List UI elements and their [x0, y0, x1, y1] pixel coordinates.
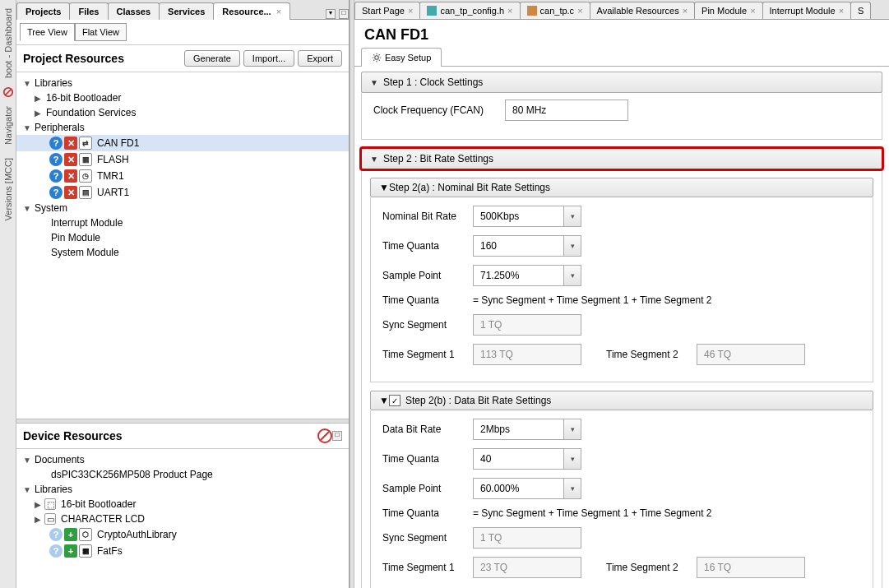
tq2-label: Time Quanta [382, 294, 473, 306]
step2-header[interactable]: ▼Step 2 : Bit Rate Settings [361, 148, 882, 169]
tab-resource[interactable]: Resource...× [213, 2, 290, 20]
node-flash[interactable]: ?✕▦ FLASH [16, 151, 349, 168]
tab-availres[interactable]: Available Resources× [590, 2, 696, 19]
lcd-icon: ▭ [44, 513, 56, 525]
help-icon[interactable]: ? [49, 169, 63, 183]
step2a-header[interactable]: ▼Step 2(a) : Nominal Bit Rate Settings [370, 178, 873, 197]
stop-icon[interactable] [317, 428, 332, 443]
delete-icon[interactable]: ✕ [64, 169, 77, 183]
rail-versions[interactable]: Versions [MCC] [3, 153, 13, 225]
tab-cantpc[interactable]: can_tp.c× [520, 2, 590, 19]
node-canfd1[interactable]: ?✕⇄ CAN FD1 [16, 135, 349, 151]
dropdown-button[interactable] [563, 448, 581, 470]
hex-icon: ⬡ [79, 528, 92, 541]
help-icon[interactable]: ? [49, 544, 63, 558]
close-icon[interactable]: × [683, 6, 688, 16]
sp-input[interactable] [473, 265, 563, 286]
tq-equation: = Sync Segment + Time Segment 1 + Time S… [473, 507, 711, 519]
close-icon[interactable]: × [577, 6, 582, 16]
tq-input[interactable] [473, 448, 563, 470]
ts2-label: Time Segment 2 [606, 562, 697, 573]
help-icon[interactable]: ? [49, 137, 63, 150]
node-tmr1[interactable]: ?✕◷ TMR1 [16, 168, 349, 184]
dropdown-button[interactable] [563, 265, 581, 286]
ts2-input [697, 344, 805, 365]
restore-icon[interactable]: □ [332, 431, 342, 441]
close-icon[interactable]: × [750, 6, 755, 16]
tq-input[interactable] [473, 235, 563, 257]
step2b-header[interactable]: ▼ ✓ Step 2(b) : Data Bit Rate Settings [370, 391, 873, 410]
flat-view-button[interactable]: Flat View [75, 23, 127, 41]
node-interrupt[interactable]: Interrupt Module [16, 215, 349, 230]
sp-input[interactable] [473, 478, 563, 499]
tab-files[interactable]: Files [69, 2, 108, 20]
help-icon[interactable]: ? [49, 153, 63, 166]
help-icon[interactable]: ? [49, 186, 63, 199]
sync-label: Sync Segment [382, 532, 473, 544]
left-pane: Projects Files Classes Services Resource… [16, 0, 350, 588]
node-cryptoauth[interactable]: ?+⬡ CryptoAuthLibrary [16, 526, 349, 543]
tab-classes[interactable]: Classes [108, 2, 160, 20]
close-icon[interactable]: × [276, 7, 281, 16]
tq-label: Time Quanta [382, 453, 473, 465]
step1-header[interactable]: ▼Step 1 : Clock Settings [361, 72, 882, 93]
stop-icon [2, 86, 14, 98]
node-sysmodule[interactable]: System Module [16, 245, 349, 260]
tab-services[interactable]: Services [159, 2, 214, 20]
node-documents[interactable]: ▼Documents [16, 452, 349, 467]
export-button[interactable]: Export [298, 50, 342, 67]
tab-overflow[interactable]: S [850, 2, 871, 19]
ts1-label: Time Segment 1 [382, 562, 473, 573]
node-foundation[interactable]: ▶Foundation Services [16, 105, 349, 120]
close-icon[interactable]: × [408, 6, 413, 16]
minimize-icon[interactable]: ▾ [326, 9, 336, 19]
add-icon[interactable]: + [64, 528, 77, 541]
tab-startpage[interactable]: Start Page× [354, 2, 420, 19]
tab-pinmodule[interactable]: Pin Module× [694, 2, 762, 19]
generate-button[interactable]: Generate [184, 50, 240, 67]
dropdown-button[interactable] [563, 419, 581, 440]
clock-freq-input[interactable] [505, 100, 628, 121]
data-rate-input[interactable] [473, 419, 563, 440]
delete-icon[interactable]: ✕ [64, 153, 77, 166]
node-uart1[interactable]: ?✕▤ UART1 [16, 184, 349, 201]
data-rate-label: Data Bit Rate [382, 424, 473, 435]
delete-icon[interactable]: ✕ [64, 186, 77, 199]
close-icon[interactable]: × [839, 6, 844, 16]
node-fatfs[interactable]: ?+▦ FatFs [16, 543, 349, 559]
editor-title: CAN FD1 [354, 20, 889, 47]
import-button[interactable]: Import... [243, 50, 294, 67]
tab-cantph[interactable]: can_tp_config.h× [419, 2, 520, 19]
h-file-icon [427, 6, 437, 16]
step2b-checkbox[interactable]: ✓ [389, 395, 401, 406]
tq-equation: = Sync Segment + Time Segment 1 + Time S… [473, 294, 711, 306]
ts2-label: Time Segment 2 [606, 349, 697, 360]
node-libraries[interactable]: ▼Libraries [16, 76, 349, 90]
delete-icon[interactable]: ✕ [64, 137, 77, 150]
node-charlcd[interactable]: ▶▭CHARACTER LCD [16, 512, 349, 526]
ts2-input [697, 557, 805, 578]
rail-dashboard[interactable]: boot - Dashboard [3, 3, 13, 83]
close-icon[interactable]: × [507, 6, 512, 16]
node-peripherals[interactable]: ▼Peripherals [16, 120, 349, 135]
ts1-input [473, 557, 581, 578]
tab-intmodule[interactable]: Interrupt Module× [762, 2, 852, 19]
sp-label: Sample Point [382, 270, 473, 281]
node-productpage[interactable]: dsPIC33CK256MP508 Product Page [16, 467, 349, 482]
node-dev-libraries[interactable]: ▼Libraries [16, 482, 349, 497]
restore-icon[interactable]: □ [339, 9, 349, 19]
node-system[interactable]: ▼System [16, 201, 349, 215]
dropdown-button[interactable] [563, 235, 581, 257]
dropdown-button[interactable] [563, 206, 581, 227]
node-dev-bootloader[interactable]: ▶⬚16-bit Bootloader [16, 497, 349, 512]
dropdown-button[interactable] [563, 478, 581, 499]
help-icon[interactable]: ? [49, 528, 63, 541]
tab-easysetup[interactable]: Easy Setup [361, 48, 442, 67]
tree-view-button[interactable]: Tree View [20, 23, 75, 41]
tab-projects[interactable]: Projects [16, 2, 70, 20]
node-bootloader[interactable]: ▶16-bit Bootloader [16, 90, 349, 105]
add-icon[interactable]: + [64, 544, 77, 558]
rail-navigator[interactable]: Navigator [3, 101, 13, 150]
nominal-rate-input[interactable] [473, 206, 563, 227]
node-pin[interactable]: Pin Module [16, 230, 349, 245]
